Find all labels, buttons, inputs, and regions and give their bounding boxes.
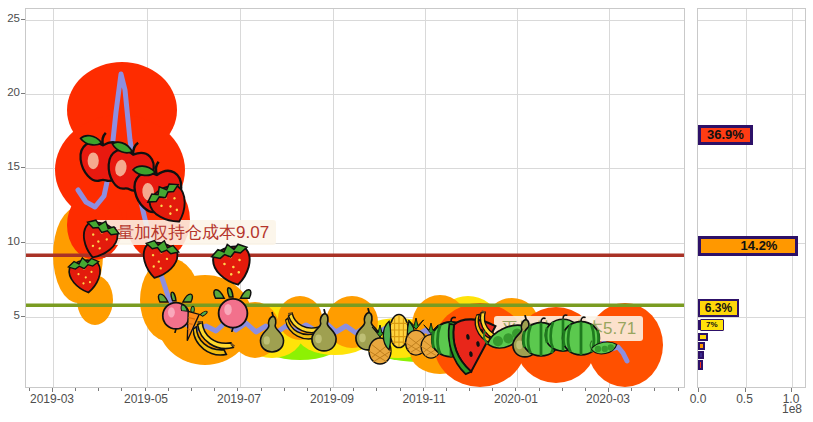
x-tick-mark (791, 388, 792, 392)
minor-tick-mark (678, 388, 679, 391)
minor-tick-mark (562, 388, 563, 391)
gridline (425, 9, 426, 387)
minor-tick-mark (52, 388, 53, 392)
distribution-bar (698, 342, 705, 350)
y-tick-mark (21, 316, 25, 317)
minor-tick-mark (353, 388, 354, 391)
minor-tick-mark (29, 388, 30, 391)
y-tick-label: 15 (0, 160, 20, 172)
minor-tick-mark (168, 388, 169, 391)
gridline (698, 168, 805, 169)
minor-tick-mark (98, 388, 99, 391)
minor-tick-mark (585, 388, 586, 391)
x-tick-label: 1.0 (783, 392, 800, 406)
minor-tick-mark (654, 388, 655, 391)
x-tick-label: 2020-01 (494, 392, 538, 406)
minor-tick-mark (492, 388, 493, 391)
vwap-label: 交量加权持仓成本9.07 (93, 220, 276, 245)
minor-tick-mark (469, 388, 470, 391)
minor-tick-mark (423, 388, 424, 391)
minor-tick-mark (284, 388, 285, 391)
avg-cost-label: 平均持仓成本5.71 (494, 316, 643, 341)
x-tick-label: 2019-07 (217, 392, 261, 406)
distribution-bar: 36.9% (698, 125, 753, 145)
distribution-bar: 6.3% (698, 299, 739, 317)
minor-tick-mark (376, 388, 377, 391)
minor-tick-mark (191, 388, 192, 391)
minor-tick-mark (121, 388, 122, 391)
minor-tick-mark (608, 388, 609, 392)
y-tick-label: 10 (0, 235, 20, 247)
x-tick-label: 2019-09 (310, 392, 354, 406)
minor-tick-mark (145, 388, 146, 391)
bar-label: 14.2% (741, 239, 778, 252)
bar-label: 6.3% (699, 300, 738, 316)
avg-cost-label-text: 平均持仓成本5.71 (501, 319, 636, 338)
x-tick-label: 0.5 (736, 392, 753, 406)
gridline (698, 94, 805, 95)
minor-tick-mark (330, 388, 331, 391)
x-tick-label: 2019-03 (30, 392, 74, 406)
distribution-bar (698, 360, 703, 370)
x-tick-mark (698, 388, 699, 392)
y-tick-mark (21, 242, 25, 243)
bar-label: 36.9% (707, 128, 744, 141)
gridline (746, 9, 747, 387)
gridline (333, 9, 334, 387)
distribution-bar (698, 351, 704, 359)
vwap-label-text: 交量加权持仓成本9.07 (100, 223, 269, 242)
bar-label: 7% (700, 319, 724, 331)
distribution-bar (698, 333, 708, 341)
gridline (26, 168, 684, 169)
y-tick-label: 5 (0, 309, 20, 321)
minor-tick-mark (631, 388, 632, 391)
minor-tick-mark (261, 388, 262, 391)
x-tick-mark (745, 388, 746, 392)
minor-tick-mark (75, 388, 76, 391)
gridline (53, 9, 54, 387)
y-tick-label: 25 (0, 12, 20, 24)
chip-distribution-chart: 交量加权持仓成本9.07 平均持仓成本5.71 (0, 0, 813, 422)
y-tick-mark (21, 167, 25, 168)
x-tick-label: 0.0 (690, 392, 707, 406)
gridline (792, 9, 793, 387)
y-tick-mark (21, 19, 25, 20)
gridline (26, 20, 684, 21)
minor-tick-mark (515, 388, 516, 391)
distribution-bar: 7% (698, 320, 714, 330)
minor-tick-mark (446, 388, 447, 391)
y-tick-mark (21, 93, 25, 94)
gridline (26, 94, 684, 95)
gridline (147, 9, 148, 387)
gridline (698, 20, 805, 21)
x-tick-label: 2019-11 (402, 392, 445, 406)
minor-tick-mark (237, 388, 238, 391)
x-tick-label: 2019-05 (124, 392, 168, 406)
distribution-bar: 14.2% (698, 236, 798, 256)
minor-tick-mark (214, 388, 215, 391)
gridline (240, 9, 241, 387)
minor-tick-mark (400, 388, 401, 391)
x-tick-label: 2020-03 (586, 392, 630, 406)
minor-tick-mark (539, 388, 540, 391)
minor-tick-mark (307, 388, 308, 391)
y-tick-label: 20 (0, 86, 20, 98)
